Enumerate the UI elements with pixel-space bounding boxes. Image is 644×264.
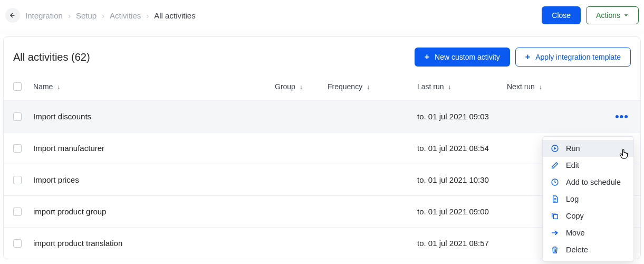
new-custom-activity-button[interactable]: + New custom activity	[415, 48, 510, 67]
activity-last-run: to. 01 jul 2021 09:00	[417, 207, 507, 216]
arrow-left-icon	[9, 12, 16, 19]
sort-down-icon: ↓	[300, 83, 303, 91]
close-button[interactable]: Close	[542, 6, 581, 24]
column-name-label: Name	[33, 82, 53, 91]
actions-dropdown[interactable]: Actions	[586, 6, 639, 24]
breadcrumb-item[interactable]: Activities	[110, 11, 141, 20]
trash-icon	[550, 246, 560, 254]
chevron-right-icon: ›	[68, 11, 71, 20]
plus-icon: +	[425, 52, 429, 62]
svg-marker-1	[624, 14, 628, 16]
activity-name: import product translation	[32, 239, 275, 248]
activity-name: Import discounts	[32, 112, 275, 121]
table-header: Name ↓ Group ↓ Frequency ↓ Last run ↓ Ne…	[4, 73, 640, 100]
column-frequency-label: Frequency	[328, 82, 362, 91]
new-activity-label: New custom activity	[435, 53, 500, 61]
menu-item-label: Delete	[566, 246, 588, 254]
row-checkbox[interactable]	[13, 144, 22, 153]
column-header-frequency[interactable]: Frequency ↓	[328, 82, 417, 91]
menu-item-delete[interactable]: Delete	[543, 241, 633, 258]
plus-icon: +	[525, 52, 530, 62]
menu-item-schedule[interactable]: Add to schedule	[543, 174, 633, 191]
row-more-button[interactable]: •••	[613, 110, 631, 124]
apply-template-label: Apply integration template	[535, 53, 621, 61]
column-group-label: Group	[275, 82, 295, 91]
menu-item-label: Edit	[566, 161, 579, 169]
breadcrumb: Integration › Setup › Activities › All a…	[25, 11, 196, 20]
copy-icon	[550, 212, 560, 220]
menu-item-edit[interactable]: Edit	[543, 157, 633, 174]
menu-item-copy[interactable]: Copy	[543, 208, 633, 224]
activity-name: Import manufacturer	[32, 144, 275, 153]
sort-down-icon: ↓	[57, 83, 60, 91]
actions-label: Actions	[596, 11, 620, 20]
column-nextrun-label: Next run	[507, 82, 535, 91]
sort-down-icon: ↓	[448, 83, 451, 91]
menu-item-log[interactable]: Log	[543, 191, 633, 208]
menu-item-label: Run	[566, 144, 580, 153]
column-header-last-run[interactable]: Last run ↓	[417, 82, 507, 91]
topbar: Integration › Setup › Activities › All a…	[0, 0, 644, 32]
clock-icon	[550, 178, 560, 186]
column-header-next-run[interactable]: Next run ↓	[507, 82, 586, 91]
log-icon	[550, 195, 560, 203]
edit-icon	[550, 161, 560, 169]
page-title: All activities (62)	[13, 51, 90, 63]
sort-down-icon: ↓	[539, 83, 542, 91]
column-header-group[interactable]: Group ↓	[275, 82, 328, 91]
column-header-name[interactable]: Name ↓	[32, 82, 275, 91]
back-button[interactable]	[5, 8, 20, 23]
svg-rect-8	[553, 214, 558, 219]
chevron-right-icon: ›	[102, 11, 104, 20]
select-all-checkbox[interactable]	[13, 82, 22, 91]
menu-item-move[interactable]: Move	[543, 224, 633, 241]
breadcrumb-item[interactable]: Setup	[76, 11, 97, 20]
chevron-down-icon	[623, 13, 629, 18]
panel-header: All activities (62) + New custom activit…	[4, 37, 640, 73]
breadcrumb-item[interactable]: Integration	[25, 11, 63, 20]
table-row[interactable]: Import discounts to. 01 jul 2021 09:03 •…	[4, 100, 640, 132]
move-icon	[550, 229, 560, 237]
menu-item-run[interactable]: Run	[543, 140, 633, 157]
chevron-right-icon: ›	[146, 11, 149, 20]
close-label: Close	[552, 11, 571, 20]
activity-last-run: to. 01 jul 2021 10:30	[417, 175, 507, 184]
apply-integration-template-button[interactable]: + Apply integration template	[515, 48, 631, 67]
svg-marker-3	[554, 147, 556, 149]
menu-item-label: Move	[566, 229, 584, 237]
activity-last-run: to. 01 jul 2021 08:57	[417, 239, 507, 248]
column-lastrun-label: Last run	[417, 82, 444, 91]
menu-item-label: Add to schedule	[566, 178, 621, 186]
row-checkbox[interactable]	[13, 239, 22, 248]
activity-name: import product group	[32, 207, 275, 216]
play-icon	[550, 144, 560, 153]
sort-down-icon: ↓	[367, 83, 370, 91]
activity-last-run: to. 01 jul 2021 09:03	[417, 112, 507, 121]
activity-name: Import prices	[32, 175, 275, 184]
row-context-menu: Run Edit Add to schedule Log Copy Move D…	[542, 136, 634, 262]
activity-last-run: to. 01 jul 2021 08:54	[417, 144, 507, 153]
row-checkbox[interactable]	[13, 112, 22, 121]
row-checkbox[interactable]	[13, 176, 22, 184]
row-checkbox[interactable]	[13, 208, 22, 216]
breadcrumb-current: All activities	[154, 11, 195, 20]
menu-item-label: Log	[566, 195, 579, 203]
menu-item-label: Copy	[566, 212, 584, 220]
